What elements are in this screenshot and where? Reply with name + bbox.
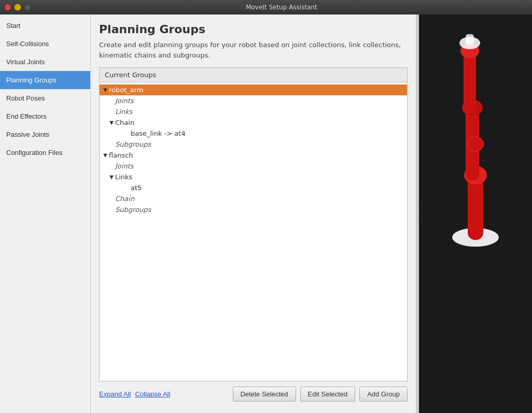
tree-row-joints1[interactable]: Joints <box>100 95 407 106</box>
label-at5: at5 <box>131 184 142 192</box>
arrow-chain1[interactable] <box>108 120 115 125</box>
groups-header: Current Groups <box>100 68 407 82</box>
arrow-flansch[interactable] <box>102 152 109 158</box>
label-subgroups1: Subgroups <box>115 140 151 148</box>
robot-arm-visual <box>419 15 532 413</box>
sidebar-item-virtual-joints[interactable]: Virtual Joints <box>0 53 90 71</box>
tree-row-joints2[interactable]: Joints <box>100 161 407 172</box>
page-title: Planning Groups <box>99 23 408 36</box>
sidebar-item-end-effectors[interactable]: End Effectors <box>0 107 90 125</box>
label-subgroups2: Subgroups <box>115 206 151 213</box>
svg-rect-1 <box>468 175 483 240</box>
label-chain2: Chain <box>115 195 134 203</box>
sidebar-item-robot-poses[interactable]: Robot Poses <box>0 89 90 107</box>
edit-selected-button[interactable]: Edit Selected <box>300 387 356 402</box>
label-links1: Links <box>115 108 132 116</box>
groups-panel: Current Groups robot_arm Joints <box>99 67 408 381</box>
label-chain1: Chain <box>115 119 134 126</box>
window-title: MoveIt Setup Assistant <box>35 4 528 11</box>
bottom-bar: Expand All Collapse All Delete Selected … <box>99 381 408 405</box>
tree-row-links2[interactable]: Links <box>100 172 407 182</box>
collapse-all-button[interactable]: Collapse All <box>135 390 170 398</box>
app-body: Start Self-Collisions Virtual Joints Pla… <box>0 15 532 413</box>
add-group-button[interactable]: Add Group <box>359 387 408 402</box>
delete-selected-button[interactable]: Delete Selected <box>233 387 296 402</box>
label-robot-arm: robot_arm <box>109 86 144 94</box>
tree-row-at5[interactable]: at5 <box>100 182 407 193</box>
maximize-button[interactable] <box>24 4 31 11</box>
svg-rect-8 <box>466 34 474 45</box>
close-button[interactable] <box>4 4 11 11</box>
sidebar-item-configuration-files[interactable]: Configuration Files <box>0 144 90 162</box>
sidebar-item-start[interactable]: Start <box>0 17 90 35</box>
robot-visualization-panel <box>419 15 532 413</box>
tree-row-subgroups1[interactable]: Subgroups <box>100 139 407 150</box>
label-links2: Links <box>115 173 132 181</box>
minimize-button[interactable] <box>14 4 21 11</box>
label-joints1: Joints <box>115 97 134 105</box>
tree-row-chain1[interactable]: Chain <box>100 117 407 128</box>
sidebar-item-self-collisions[interactable]: Self-Collisions <box>0 35 90 53</box>
label-joints2: Joints <box>115 162 134 170</box>
tree-row-baselink[interactable]: base_link -> at4 <box>100 128 407 139</box>
arrow-links2[interactable] <box>108 174 115 180</box>
page-description: Create and edit planning groups for your… <box>99 40 408 60</box>
arrow-robot-arm[interactable] <box>102 87 109 93</box>
svg-point-9 <box>467 137 484 151</box>
sidebar: Start Self-Collisions Virtual Joints Pla… <box>0 15 91 413</box>
tree-row-links1[interactable]: Links <box>100 106 407 117</box>
window-controls[interactable] <box>4 4 31 11</box>
sidebar-item-passive-joints[interactable]: Passive Joints <box>0 125 90 144</box>
label-flansch: flansch <box>109 151 133 159</box>
tree-row-subgroups2[interactable]: Subgroups <box>100 204 407 215</box>
main-content: Planning Groups Create and edit planning… <box>91 15 416 413</box>
label-baselink: base_link -> at4 <box>131 130 186 137</box>
expand-all-button[interactable]: Expand All <box>99 390 131 398</box>
tree-row-robot-arm[interactable]: robot_arm <box>100 84 407 95</box>
svg-rect-5 <box>464 51 476 113</box>
title-bar: MoveIt Setup Assistant <box>0 0 532 15</box>
tree-row-flansch[interactable]: flansch <box>100 150 407 161</box>
tree-row-chain2[interactable]: Chain <box>100 193 407 204</box>
sidebar-item-planning-groups[interactable]: Planning Groups <box>0 71 90 89</box>
groups-tree[interactable]: robot_arm Joints Links <box>100 82 407 381</box>
